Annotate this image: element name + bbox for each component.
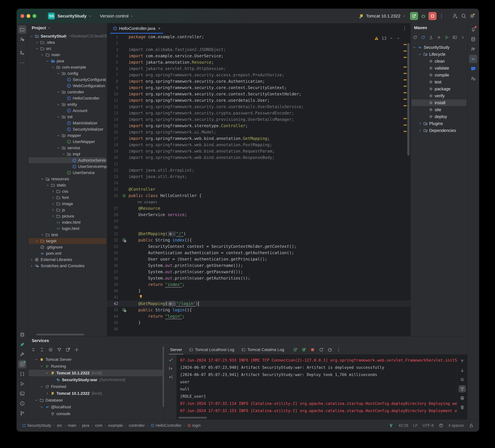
line-number[interactable]: 26: [107, 193, 120, 199]
code-line-7[interactable]: 7import org.springframework.security.acc…: [107, 72, 411, 78]
project-panel-title[interactable]: Project: [32, 26, 46, 30]
code-line-18[interactable]: 18import org.springframework.web.bind.an…: [107, 142, 411, 148]
code-area[interactable]: 13 1package com.example.controller;23imp…: [107, 34, 411, 336]
line-number[interactable]: 40: [107, 288, 120, 294]
tree-item-login-html[interactable]: login.html: [28, 225, 107, 232]
breadcrumb-example[interactable]: example: [108, 423, 123, 428]
console-rerun-debug-icon[interactable]: [301, 347, 307, 352]
maven-refresh-icon[interactable]: [412, 35, 418, 40]
readonly-toggle[interactable]: [469, 423, 474, 428]
tree-item-hellocontroller[interactable]: CHelloController: [28, 95, 107, 101]
line-number[interactable]: 41: [107, 294, 120, 300]
url-inlay-hint[interactable]: [168, 301, 176, 307]
problems-tool[interactable]: [18, 399, 27, 407]
tree-item-index-html[interactable]: index.html: [28, 219, 107, 225]
tree-item-deploy[interactable]: deploy: [411, 113, 467, 120]
console-rerun-green-icon[interactable]: [292, 347, 298, 352]
tree-item-account[interactable]: CAccount: [28, 108, 107, 114]
code-line-44[interactable]: 44 return "login";: [107, 313, 411, 320]
line-number[interactable]: 17: [107, 135, 120, 142]
skip-arrows-icon[interactable]: [168, 366, 173, 371]
tree-item-impl[interactable]: impl: [28, 151, 107, 157]
code-line-42[interactable]: 42 @GetMapping("/login"): [107, 300, 411, 307]
plugin-v[interactable]: [389, 423, 394, 428]
line-number[interactable]: 32: [107, 237, 120, 243]
line-number[interactable]: 42: [107, 300, 120, 307]
code-line-9[interactable]: 9import org.springframework.security.cor…: [107, 84, 411, 91]
line-number[interactable]: 24: [107, 180, 120, 186]
code-line-11[interactable]: 11import org.springframework.security.co…: [107, 97, 411, 104]
warning-stripe-mark[interactable]: [403, 92, 407, 93]
database-tool[interactable]: [18, 331, 27, 339]
arrow-up-icon[interactable]: [459, 358, 466, 365]
tree-item-static[interactable]: static: [28, 182, 107, 188]
gutter[interactable]: [120, 308, 129, 312]
run-tool[interactable]: [18, 379, 27, 388]
tab-hellocontroller[interactable]: C HelloController.java ×: [110, 23, 163, 34]
tree-item-webconfiguration[interactable]: CWebConfiguration: [28, 83, 107, 89]
tree-item-maininitializer[interactable]: CMainInitializer: [28, 120, 107, 126]
services-filter-icon[interactable]: [56, 347, 62, 352]
code-line-41[interactable]: 41: [107, 294, 411, 300]
tree-item-database[interactable]: Database: [28, 397, 165, 404]
debug-button[interactable]: [420, 13, 426, 19]
warning-stripe-mark[interactable]: [403, 57, 407, 58]
services-open-new-icon[interactable]: [65, 347, 71, 352]
arrow-down-icon[interactable]: [459, 367, 466, 374]
settings-button[interactable]: [469, 13, 475, 19]
console-kebab-icon[interactable]: [336, 347, 341, 352]
line-number[interactable]: 28: [107, 211, 120, 218]
tree-item-mapper[interactable]: mapper: [28, 132, 107, 139]
tree-item-securitystudy[interactable]: mSecurityStudy: [411, 44, 467, 51]
code-line-36[interactable]: 36 System.out.println(user.getUsername()…: [107, 262, 411, 269]
tree-item-service[interactable]: service: [28, 145, 107, 151]
console-refresh-icon[interactable]: [318, 347, 324, 352]
notifications-tool[interactable]: [469, 25, 477, 34]
console-monitor-icon[interactable]: [327, 347, 333, 352]
line-number[interactable]: 6: [107, 66, 120, 72]
tree-item-tomcat-server[interactable]: Tomcat Server: [28, 356, 165, 363]
code-line-16[interactable]: 16import org.springframework.ui.Model;: [107, 129, 411, 135]
tree-item-clean[interactable]: clean: [411, 58, 467, 65]
line-number[interactable]: 29: [107, 218, 120, 224]
tree-item-image[interactable]: image: [28, 201, 107, 207]
services-target-icon[interactable]: [48, 347, 53, 352]
code-line-25[interactable]: 25@Controller: [107, 186, 411, 193]
maven-reimport-icon[interactable]: [421, 35, 426, 40]
maven-add-icon[interactable]: [436, 35, 441, 40]
prev-warning-icon[interactable]: [389, 36, 393, 41]
rerun-button[interactable]: [410, 12, 418, 20]
line-number[interactable]: 10: [107, 91, 120, 97]
breadcrumb-login[interactable]: mlogin: [187, 423, 201, 428]
code-line-23[interactable]: 23import java.util.Arrays;: [107, 173, 411, 180]
warning-stripe-mark[interactable]: [403, 118, 407, 119]
line-number[interactable]: 31: [107, 231, 120, 237]
code-line-28[interactable]: 28 UserService service;: [107, 211, 411, 218]
line-number[interactable]: 35: [107, 256, 120, 262]
tree-item-config[interactable]: config: [28, 70, 107, 76]
breadcrumb-controller[interactable]: controller: [129, 423, 145, 428]
code-line-46[interactable]: 46: [107, 326, 411, 332]
more-tools[interactable]: [18, 59, 27, 67]
git-tool[interactable]: [18, 409, 27, 417]
code-line-12[interactable]: 12import org.springframework.security.co…: [107, 104, 411, 110]
maven-tool[interactable]: m: [469, 55, 477, 63]
tree-item-picture[interactable]: picture: [28, 213, 107, 219]
maven-run-config-icon[interactable]: [452, 35, 457, 40]
warning-stripe-mark[interactable]: [403, 125, 407, 126]
code-line-2[interactable]: 2: [107, 40, 411, 46]
code-line-32[interactable]: 32 public String index(){: [107, 237, 411, 243]
services-scrollbar-thumb[interactable]: [163, 346, 164, 407]
tree-item--idea[interactable]: .idea: [28, 39, 107, 45]
code-line-3[interactable]: 3import com.alibaba.fastjson2.JSONObject…: [107, 46, 411, 53]
editor-scrollbar-thumb[interactable]: [407, 43, 410, 155]
line-number[interactable]: 39: [107, 281, 120, 288]
trash-icon[interactable]: [459, 404, 466, 411]
project-tool[interactable]: [18, 25, 27, 34]
line-number[interactable]: 34: [107, 250, 120, 256]
tree-item-lifecycle[interactable]: Lifecycle: [411, 51, 467, 58]
warning-stripe-mark[interactable]: [403, 44, 407, 45]
line-number[interactable]: 12: [107, 104, 120, 110]
warning-stripe-mark[interactable]: [403, 73, 407, 74]
assistant-status[interactable]: [439, 423, 443, 428]
